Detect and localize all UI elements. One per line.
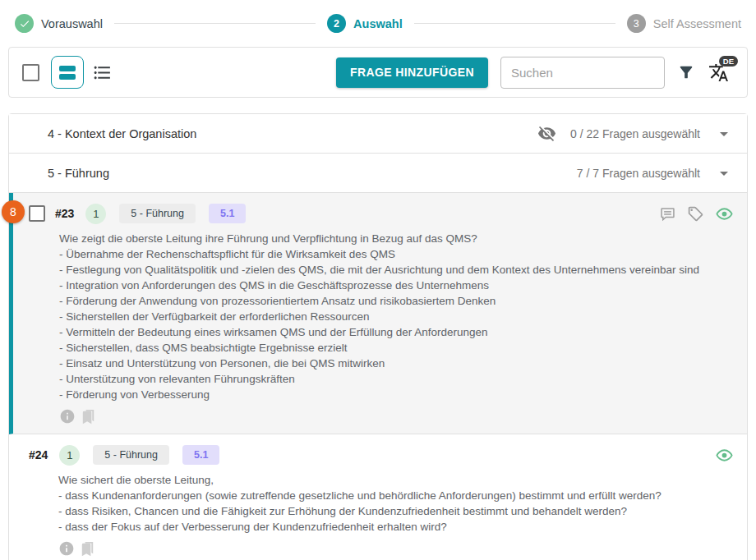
step-vorauswahl[interactable]: Vorauswahl [15,14,103,33]
question-card-24: #24 1 5 - Führung 5.1 Wie sichert die ob… [9,434,747,560]
chevron-down-icon[interactable] [714,124,734,144]
question-text: Wie zeigt die oberste Leitung ihre Führu… [59,231,734,402]
chapter-chip: 5 - Führung [119,204,196,223]
stepper: Vorauswahl 2 Auswahl 3 Self Assessment [0,0,756,47]
comment-icon[interactable] [659,205,676,223]
eye-icon[interactable] [715,204,734,223]
question-id: #24 [29,448,48,461]
step-label: Auswahl [353,17,403,30]
question-card-23: 8 #23 1 5 - Führung 5.1 [9,193,747,434]
tag-icon[interactable] [687,205,704,223]
add-question-button[interactable]: FRAGE HINZUFÜGEN [336,57,488,88]
language-button[interactable]: DE [708,62,729,83]
question-checkbox[interactable] [29,205,45,222]
question-list: 4 - Kontext der Organisation 0 / 22 Frag… [8,113,748,560]
filter-button[interactable] [677,63,695,81]
bookmark-icon[interactable] [78,539,97,558]
section-title: 5 - Führung [48,167,109,180]
visibility-off-icon[interactable] [537,124,556,143]
list-view-toggle[interactable] [92,62,113,83]
section-row-kontext[interactable]: 4 - Kontext der Organisation 0 / 22 Frag… [9,114,747,154]
step-number-badge: 2 [327,14,346,33]
question-selection-page: Vorauswahl 2 Auswahl 3 Self Assessment F… [0,0,756,560]
stepper-connector [114,23,316,24]
card-view-icon [59,66,76,71]
clause-chip: 5.1 [209,204,246,223]
step-auswahl[interactable]: 2 Auswahl [327,14,403,33]
version-badge: 1 [59,445,80,466]
step-label: Self Assessment [653,17,741,30]
search-input[interactable] [500,57,665,89]
chevron-down-icon[interactable] [714,163,734,183]
question-id: #23 [55,207,74,220]
section-title: 4 - Kontext der Organisation [48,127,196,140]
question-text: Wie sichert die oberste Leitung, - dass … [58,472,734,535]
step-label: Vorauswahl [41,17,103,30]
card-view-icon [59,74,76,80]
version-badge: 1 [85,204,106,224]
clause-chip: 5.1 [182,445,219,465]
step-self-assessment[interactable]: 3 Self Assessment [627,14,741,33]
section-count: 0 / 22 Fragen ausgewählt [570,127,700,140]
filter-icon [677,63,695,81]
selection-count-badge: 8 [2,200,25,223]
section-count: 7 / 7 Fragen ausgewählt [577,167,700,180]
language-badge: DE [719,56,738,67]
section-row-fuehrung[interactable]: 5 - Führung 7 / 7 Fragen ausgewählt [9,154,747,193]
step-number-badge: 3 [627,14,646,33]
toolbar: FRAGE HINZUFÜGEN DE [8,47,748,98]
bulleted-list-icon [92,62,113,83]
card-view-toggle[interactable] [51,56,84,89]
stepper-connector [414,23,615,24]
bookmark-icon[interactable] [79,407,98,426]
eye-icon[interactable] [715,446,734,465]
chapter-chip: 5 - Führung [93,445,169,465]
info-icon[interactable] [59,408,76,425]
select-all-checkbox[interactable] [22,64,39,81]
info-icon[interactable] [58,540,75,557]
check-icon [15,14,34,33]
